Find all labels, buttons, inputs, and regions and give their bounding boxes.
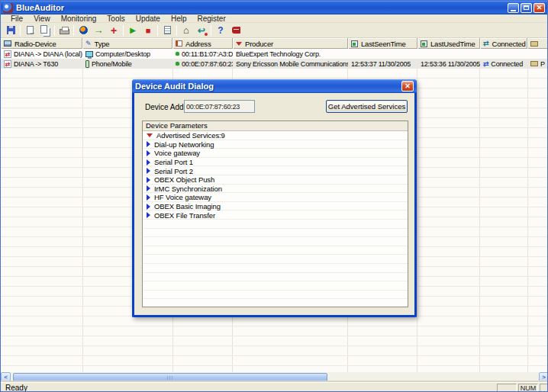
service-item[interactable]: HF Voice gateway — [143, 193, 408, 202]
service-label: Serial Port 2 — [154, 167, 193, 175]
scroll-right-button[interactable]: > — [539, 372, 548, 382]
expand-icon[interactable] — [147, 141, 150, 147]
service-item[interactable]: Advertised Services:9 — [143, 131, 408, 140]
home-icon[interactable]: ⌂ — [179, 24, 194, 37]
column-header-extra[interactable] — [527, 38, 548, 49]
cell-last_used: 12:53:36 11/30/2005 — [417, 59, 480, 69]
column-header-type[interactable]: ✎Type — [82, 38, 172, 49]
start-icon[interactable]: ▶ — [125, 24, 140, 37]
column-header-radio-device[interactable]: Radio-Device — [1, 38, 82, 49]
expand-icon[interactable] — [147, 177, 150, 183]
table-row[interactable]: ⇄DIANA -> DIANA (local)Computer/Desktop0… — [1, 49, 548, 59]
cell-producer: Sony Ericsson Mobile Communications AB — [233, 59, 348, 69]
device-address-field[interactable] — [184, 100, 255, 113]
column-header-lastusedtime[interactable]: LastUsedTime — [417, 38, 480, 49]
menu-item-monitoring[interactable]: Monitoring — [56, 14, 102, 23]
service-label: Dial-up Networking — [154, 140, 214, 149]
scrollbar-thumb[interactable] — [13, 373, 327, 381]
h-pen: ✎ — [85, 40, 92, 47]
expand-icon[interactable] — [147, 150, 150, 156]
cell-text: 12:53:36 11/30/2005 — [421, 60, 480, 68]
column-label: Address — [185, 40, 211, 48]
menu-item-register[interactable]: Register — [192, 14, 231, 23]
device-audit-dialog: Device Audit Dialog ✕ Device Address: Ge… — [132, 79, 417, 317]
device-parameters-box: Device Parameters Advertised Services:9D… — [142, 120, 408, 307]
toolbar: →+▶■⌂↩? — [1, 23, 547, 38]
disconnect-icon[interactable]: ↩ — [194, 24, 209, 37]
minimize-button[interactable] — [508, 3, 519, 13]
horizontal-scrollbar[interactable]: < > — [1, 372, 548, 382]
service-label: Serial Port 1 — [154, 158, 193, 166]
stop-icon[interactable]: ■ — [140, 24, 156, 37]
column-header-lastseentime[interactable]: LastSeenTime — [348, 38, 417, 49]
titlebar[interactable]: BlueAuditor ✕ — [1, 1, 547, 14]
copy-icon[interactable] — [37, 24, 53, 37]
service-item[interactable]: Serial Port 1 — [143, 158, 408, 167]
expand-icon[interactable] — [147, 194, 150, 201]
expand-icon[interactable] — [147, 212, 150, 218]
column-header-producer[interactable]: Producer — [233, 38, 348, 49]
status-bar: Ready NUM — [1, 382, 548, 392]
print-icon[interactable] — [56, 24, 72, 37]
close-button[interactable]: ✕ — [533, 3, 545, 13]
collapse-icon[interactable] — [147, 133, 153, 137]
column-label: Type — [95, 40, 110, 48]
status-panel-empty — [497, 384, 517, 392]
cell-producer: BlueExpert Technology Corp. — [233, 49, 348, 59]
h-clip — [351, 40, 358, 47]
save-icon[interactable] — [3, 24, 18, 37]
column-header-connected[interactable]: ⇄Connected — [480, 38, 527, 49]
toolbar-separator — [176, 25, 177, 36]
expand-icon[interactable] — [147, 159, 150, 165]
get-advertised-services-button[interactable]: Get Advertised Services — [326, 100, 408, 113]
table-row[interactable]: ⇄DIANA -> T630Phone/Mobile00:0E:07:87:60… — [1, 59, 548, 69]
column-label: Producer — [245, 40, 273, 48]
dialog-close-button[interactable]: ✕ — [401, 81, 414, 92]
service-item[interactable]: Dial-up Networking — [143, 140, 408, 149]
service-item[interactable]: Serial Port 2 — [143, 166, 408, 175]
help-icon[interactable]: ? — [213, 24, 228, 37]
audit-icon[interactable] — [160, 24, 175, 37]
service-item[interactable]: OBEX Basic Imaging — [143, 202, 408, 211]
menu-item-tools[interactable]: Tools — [102, 14, 130, 23]
battery-icon — [530, 61, 538, 66]
service-item[interactable]: IrMC Synchronization — [143, 185, 408, 194]
scroll-left-button[interactable]: < — [1, 372, 11, 382]
cell-type: Computer/Desktop — [82, 49, 172, 59]
service-label: OBEX Basic Imaging — [154, 202, 221, 210]
h-sort — [236, 42, 242, 46]
cell-text: BlueExpert Technology Corp. — [236, 50, 321, 58]
cell-text: DIANA -> DIANA (local) — [14, 50, 82, 58]
menu-item-help[interactable]: Help — [166, 14, 192, 23]
expand-icon[interactable] — [147, 168, 150, 174]
add-icon[interactable]: + — [106, 24, 121, 37]
manual-icon[interactable] — [228, 24, 243, 37]
service-item[interactable]: OBEX File Transfer — [143, 210, 408, 220]
cell-text: Sony Ericsson Mobile Communications AB — [236, 60, 348, 68]
status-panel-corner — [540, 384, 548, 392]
forward-icon[interactable]: → — [91, 24, 106, 37]
web-icon[interactable] — [76, 24, 91, 37]
menu-item-view[interactable]: View — [28, 14, 56, 23]
cell-type: Phone/Mobile — [82, 59, 172, 69]
menu-item-update[interactable]: Update — [131, 14, 166, 23]
service-label: HF Voice gateway — [154, 193, 211, 201]
service-item[interactable]: Voice gateway — [143, 149, 408, 158]
service-list: Advertised Services:9Dial-up NetworkingV… — [143, 131, 408, 220]
table-header-row: Radio-Device✎TypeAddressProducerLastSeen… — [1, 38, 548, 49]
cell-device: ⇄DIANA -> DIANA (local) — [1, 49, 82, 59]
service-item[interactable]: OBEX Object Push — [143, 175, 408, 185]
cell-partial: P — [527, 59, 548, 69]
column-header-address[interactable]: Address — [172, 38, 233, 49]
phone-icon — [85, 60, 89, 68]
h-clip — [421, 40, 427, 47]
cell-last_used — [417, 49, 480, 59]
expand-icon[interactable] — [147, 185, 150, 191]
h-link: ⇄ — [483, 40, 489, 47]
restore-button[interactable] — [521, 3, 532, 13]
export-icon[interactable] — [22, 24, 37, 37]
dialog-titlebar[interactable]: Device Audit Dialog ✕ — [132, 79, 417, 93]
expand-icon[interactable] — [147, 204, 150, 210]
cell-last_seen: 12:53:37 11/30/2005 — [348, 59, 417, 69]
menu-item-file[interactable]: File — [5, 14, 28, 23]
